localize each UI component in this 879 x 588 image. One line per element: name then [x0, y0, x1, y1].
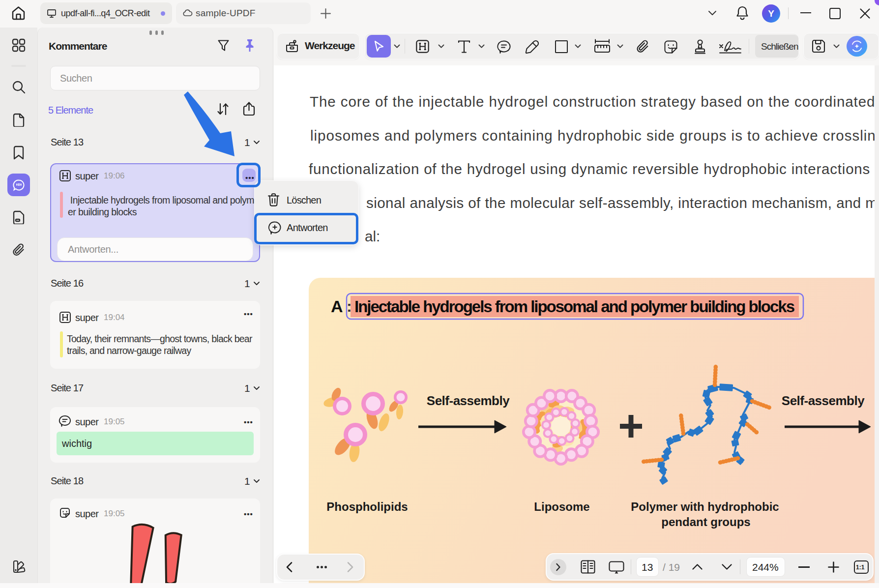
svg-text:pendant groups: pendant groups: [661, 515, 750, 529]
svg-text:Polymer with hydrophobic: Polymer with hydrophobic: [631, 500, 779, 513]
svg-text:Liposome: Liposome: [534, 500, 589, 513]
svg-text:Self-assembly: Self-assembly: [427, 393, 510, 408]
svg-text:Self-assembly: Self-assembly: [782, 393, 865, 408]
svg-text:A: A: [331, 297, 343, 316]
svg-text:Injectable hydrogels from lipo: Injectable hydrogels from liposomal and …: [354, 297, 795, 316]
svg-text:Phospholipids: Phospholipids: [326, 500, 408, 513]
